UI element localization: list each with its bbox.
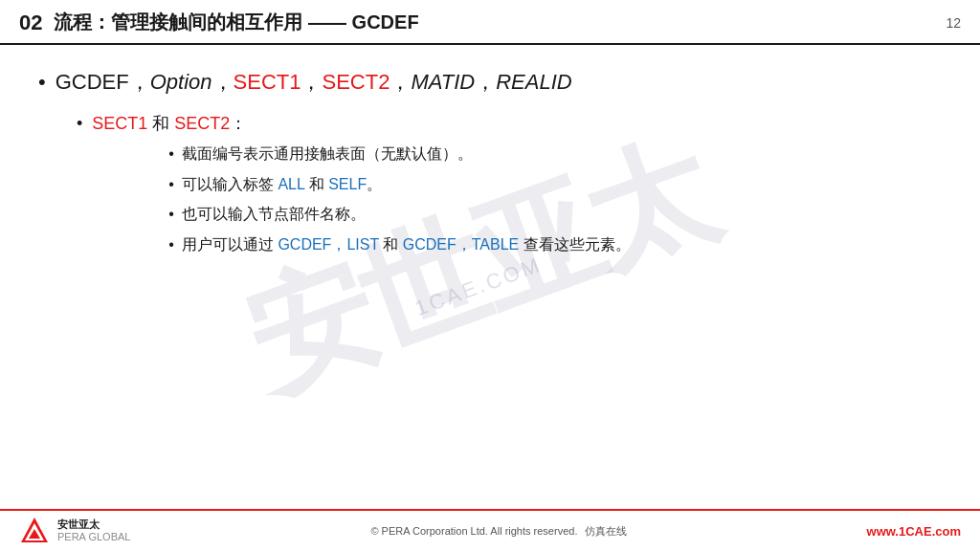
sect2-text-main: SECT2 [322, 70, 390, 94]
slide-number: 02 [19, 11, 42, 35]
sub-bullet-text-2: 可以输入标签 ALL 和 SELF。 [182, 173, 382, 197]
slide-header: 02 流程：管理接触间的相互作用 —— GCDEF 12 [0, 0, 980, 45]
sub-bullet-dot-4: • [168, 233, 174, 257]
gcdef-list-text: GCDEF，LIST [278, 236, 379, 253]
bullet-text-1: GCDEF，Option，SECT1，SECT2，MATID，REALID [56, 68, 572, 98]
sub-bullet-text-4: 用户可以通过 GCDEF，LIST 和 GCDEF，TABLE 查看这些元素。 [182, 233, 631, 257]
matid-text: MATID [411, 70, 475, 94]
sect1-text-main: SECT1 [234, 70, 301, 94]
sub-bullet-text-1: 截面编号表示通用接触表面（无默认值）。 [182, 143, 473, 166]
footer-website-block: www.1CAE.com [867, 524, 961, 539]
self-text: SELF [328, 176, 367, 192]
sub-bullet-4: • 用户可以通过 GCDEF，LIST 和 GCDEF，TABLE 查看这些元素… [168, 233, 630, 257]
footer-website: www.1CAE.com [867, 524, 961, 539]
bullet-text-2: SECT1 和 SECT2： • 截面编号表示通用接触表面（无默认值）。 • 可… [92, 111, 630, 264]
logo-text-block: 安世亚太 PERA GLOBAL [57, 518, 130, 543]
option-text: Option [150, 70, 212, 94]
gcdef-table-text: GCDEF，TABLE [403, 236, 520, 253]
bullet-dot-2: • [77, 111, 82, 137]
bullet-dot-1: • [38, 68, 46, 98]
page-number: 12 [946, 15, 961, 31]
logo-icon [19, 516, 50, 546]
footer-tagline: 仿真在线 [585, 525, 627, 537]
bullet-item-2: • SECT1 和 SECT2： • 截面编号表示通用接触表面（无默认值）。 •… [77, 111, 934, 264]
footer-logo: 安世亚太 PERA GLOBAL [19, 516, 130, 546]
slide-content: • GCDEF，Option，SECT1，SECT2，MATID，REALID … [0, 45, 980, 281]
all-text: ALL [278, 176, 304, 192]
logo-cn: 安世亚太 [57, 518, 130, 531]
sub-bullet-text-3: 也可以输入节点部件名称。 [182, 203, 366, 227]
sub-bullet-dot-3: • [168, 203, 174, 227]
slide-footer: 安世亚太 PERA GLOBAL © PERA Corporation Ltd.… [0, 509, 980, 551]
sub-bullet-dot-2: • [168, 173, 174, 197]
sect2-label: SECT2 [174, 114, 230, 133]
sub-bullet-dot-1: • [168, 143, 174, 166]
footer-copyright: © PERA Corporation Ltd. All rights reser… [130, 524, 866, 539]
bullet-item-1: • GCDEF，Option，SECT1，SECT2，MATID，REALID [38, 68, 934, 98]
sub-bullet-3: • 也可以输入节点部件名称。 [168, 203, 630, 227]
sub-bullet-2: • 可以输入标签 ALL 和 SELF。 [168, 173, 630, 197]
sect1-label: SECT1 [92, 114, 147, 133]
sub-bullet-1: • 截面编号表示通用接触表面（无默认值）。 [168, 143, 630, 166]
logo-en: PERA GLOBAL [57, 531, 130, 543]
slide-title: 流程：管理接触间的相互作用 —— GCDEF [54, 10, 946, 35]
realid-text: REALID [496, 70, 571, 94]
